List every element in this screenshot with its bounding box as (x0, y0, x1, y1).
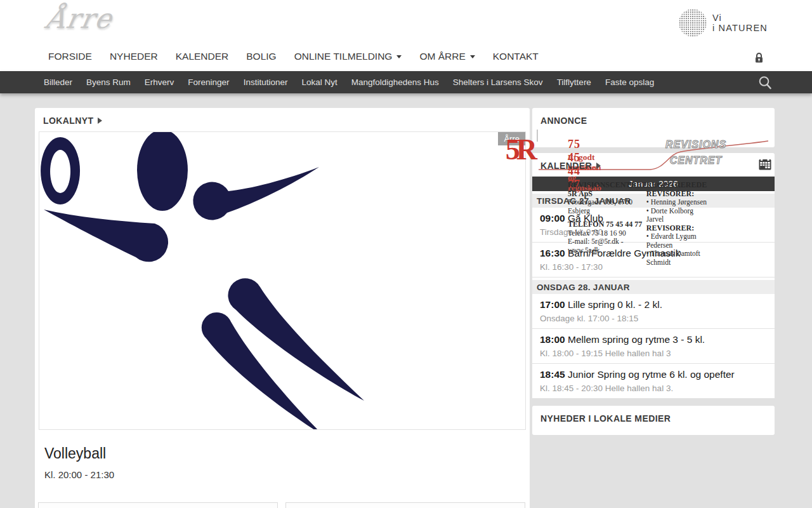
event-title: Mellem spring og rytme 3 - 5 kl. (568, 334, 705, 345)
local-news-heading: NYHEDER I LOKALE MEDIER (532, 406, 775, 428)
article-card[interactable] (285, 502, 525, 508)
article-card[interactable] (38, 502, 278, 508)
volleyball-pictogram (39, 132, 525, 429)
article-image: Årre (39, 131, 526, 430)
subnav-item-faste-opslag[interactable]: Faste opslag (598, 71, 661, 93)
ad-curve-line (537, 130, 538, 142)
subnav-item-shelters[interactable]: Shelters i Larsens Skov (446, 71, 550, 93)
subnav-item-mangfoldighedens-hus[interactable]: Mangfoldighedens Hus (344, 71, 446, 93)
event-detail: Kl. 18:45 - 20:30 Helle hallen hal 3. (540, 384, 767, 393)
nav-item-om-aarre[interactable]: OM ÅRRE (410, 47, 483, 66)
subnav-item-foreninger[interactable]: Foreninger (181, 71, 236, 93)
arrow-right-icon (98, 117, 102, 124)
site-header: Årre Vi i NATUREN FORSIDE NYHEDER KALEND… (0, 0, 812, 71)
calendar-event[interactable]: 17:00 Lille spring 0 kl. - 2 kl. Onsdage… (532, 294, 775, 329)
event-title: Lille spring 0 kl. - 2 kl. (568, 299, 662, 310)
search-icon[interactable] (757, 75, 773, 90)
secondary-nav: Billeder Byens Rum Erhverv Foreninger In… (0, 71, 812, 93)
vi-i-naturen-logo: Vi i NATUREN (679, 9, 768, 37)
local-news-panel: NYHEDER I LOKALE MEDIER (532, 406, 775, 435)
content: LOKALNYT Årre Volleyball Kl. 2 (35, 108, 812, 508)
site-logo[interactable]: Årre (43, 3, 115, 34)
calendar-icon[interactable] (759, 158, 771, 172)
subnav-item-byens-rum[interactable]: Byens Rum (79, 71, 138, 93)
page: Årre Vi i NATUREN FORSIDE NYHEDER KALEND… (0, 0, 812, 508)
event-detail: Onsdage kl. 17:00 - 18:15 (540, 314, 767, 323)
event-time: 17:00 (540, 299, 565, 310)
subnav-item-lokal-nyt[interactable]: Lokal Nyt (294, 71, 344, 93)
nav-item-online-tilmelding[interactable]: ONLINE TILMELDING (285, 47, 411, 66)
event-time: 18:00 (540, 334, 565, 345)
caret-down-icon (470, 55, 475, 58)
article-teasers (38, 502, 527, 508)
nav-item-bolig[interactable]: BOLIG (237, 47, 285, 66)
event-title: Junior Spring og rytme 6 kl. og opefter (568, 369, 735, 380)
lokalnyt-heading[interactable]: LOKALNYT (35, 108, 530, 130)
arrow-right-icon (596, 163, 601, 169)
revisionscentret-ad[interactable]: 75 45 44 77 Et godt nummer i revision og… (537, 130, 538, 142)
calendar-event[interactable]: 18:00 Mellem spring og rytme 3 - 5 kl. K… (532, 329, 775, 364)
lock-icon[interactable] (752, 51, 765, 64)
sidebar: ANNONCE 75 45 44 77 Et godt nummer i rev… (532, 108, 775, 435)
subnav-item-billeder[interactable]: Billeder (37, 71, 79, 93)
calendar-day-header: ONSDAG 28. JANUAR (532, 280, 775, 294)
event-time: 18:45 (540, 369, 565, 380)
kalender-heading[interactable]: KALENDER (532, 153, 775, 175)
annonce-heading: ANNONCE (532, 108, 775, 130)
lokalnyt-panel: LOKALNYT Årre Volleyball Kl. 2 (35, 108, 530, 508)
vi-i-naturen-label: Vi i NATUREN (712, 13, 768, 33)
article-title: Volleyball (44, 445, 530, 462)
nav-item-kalender[interactable]: KALENDER (167, 47, 238, 66)
main-nav: FORSIDE NYHEDER KALENDER BOLIG ONLINE TI… (39, 47, 547, 66)
nav-item-nyheder[interactable]: NYHEDER (101, 47, 167, 66)
event-detail: Kl. 18:00 - 19:15 Helle hallen hal 3 (540, 349, 767, 358)
subnav-item-erhverv[interactable]: Erhverv (138, 71, 181, 93)
annonce-panel: ANNONCE 75 45 44 77 Et godt nummer i rev… (532, 108, 775, 147)
subnav-item-tilflyttere[interactable]: Tilflyttere (550, 71, 598, 93)
caret-down-icon (396, 55, 402, 58)
nav-item-kontakt[interactable]: KONTAKT (484, 47, 547, 66)
article-time: Kl. 20:00 - 21:30 (44, 469, 530, 480)
calendar-event[interactable]: 18:45 Junior Spring og rytme 6 kl. og op… (532, 364, 775, 399)
nav-item-forside[interactable]: FORSIDE (39, 47, 101, 66)
event-time: 16:30 (540, 248, 565, 258)
subnav-item-institutioner[interactable]: Institutioner (237, 71, 295, 93)
dotted-sphere-icon (679, 9, 707, 37)
